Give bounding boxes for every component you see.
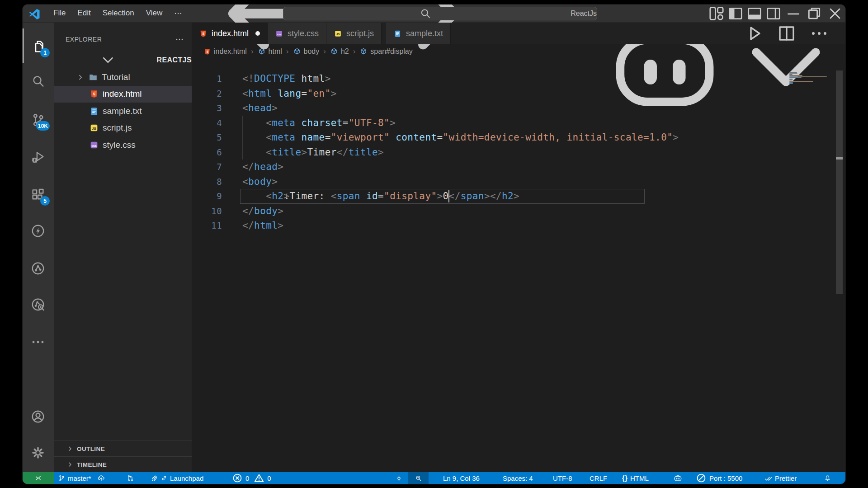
code-line-3[interactable]: 3<head> <box>192 101 845 116</box>
cloud-upload-icon <box>97 474 105 482</box>
close-button[interactable] <box>825 5 845 23</box>
line-number: 11 <box>192 218 222 233</box>
git-sync-status[interactable] <box>127 472 134 484</box>
file-item-style.css[interactable]: cssstyle.css <box>54 136 192 154</box>
zoom-in-icon <box>415 474 422 482</box>
file-item-script.js[interactable]: JSscript.js <box>54 120 192 137</box>
badge: 5 <box>40 196 50 206</box>
cursor-position-status[interactable]: Ln 9, Col 36 <box>443 472 480 484</box>
explorer-more-actions-icon[interactable] <box>174 34 185 45</box>
code-editor[interactable]: 1<!DOCTYPE html>2<html lang="en">3<head>… <box>192 59 845 472</box>
code-line-4[interactable]: 4 <meta charset="UTF-8"> <box>192 116 845 131</box>
double-check-icon <box>764 474 773 483</box>
activity-live-server-icon[interactable] <box>30 223 47 239</box>
tab-style.css[interactable]: cssstyle.css <box>268 23 326 44</box>
activity-search-icon[interactable] <box>30 74 47 90</box>
code-line-2[interactable]: 2<html lang="en"> <box>192 86 845 101</box>
port-forward-status[interactable] <box>395 472 403 484</box>
command-center-search[interactable]: ReactJs <box>283 7 597 20</box>
file-item-Tutorial[interactable]: Tutorial <box>54 69 192 86</box>
run-code-icon[interactable] <box>743 23 765 44</box>
code-line-5[interactable]: 5 <meta name="viewport" content="width=d… <box>192 130 845 145</box>
line-content: <!DOCTYPE html> <box>242 71 331 86</box>
pull-request-icon <box>127 474 134 482</box>
activity-run-debug-icon[interactable] <box>30 150 47 166</box>
activity-live-share-icon[interactable] <box>30 261 47 277</box>
close-icon <box>825 5 845 23</box>
git-branch-icon <box>58 474 66 482</box>
line-content: <title>Timer</title> <box>242 145 384 160</box>
editor-more-actions-icon[interactable] <box>808 23 830 44</box>
file-label: index.html <box>103 89 142 99</box>
activity-accounts-icon[interactable] <box>30 409 47 425</box>
link-icon <box>160 474 168 482</box>
tab-script.js[interactable]: JSscript.js <box>326 23 382 44</box>
menu-edit[interactable]: Edit <box>72 7 95 20</box>
menu-file[interactable]: File <box>48 7 71 20</box>
activity-explorer-icon[interactable]: 1 <box>30 39 47 55</box>
activity-source-control-icon[interactable]: 10K <box>30 112 47 128</box>
menu-view[interactable]: View <box>141 7 168 20</box>
brackets-icon: {} <box>622 474 628 482</box>
code-line-1[interactable]: 1<!DOCTYPE html> <box>192 71 845 86</box>
code-line-11[interactable]: 11</html> <box>192 218 845 233</box>
line-number: 6 <box>192 145 222 160</box>
activity-more-icon[interactable] <box>30 334 47 351</box>
minimize-button[interactable] <box>783 5 804 23</box>
tab-sample.txt[interactable]: sample.txt <box>386 23 451 44</box>
eol-status[interactable]: CRLF <box>590 472 607 484</box>
indentation-status[interactable]: Spaces: 4 <box>503 472 533 484</box>
zoom-status[interactable] <box>408 472 429 484</box>
line-content: <meta charset="UTF-8"> <box>242 116 396 131</box>
line-content: <html lang="en"> <box>242 86 337 101</box>
notifications-status[interactable] <box>824 472 831 484</box>
line-number: 3 <box>192 101 222 116</box>
svg-text:css: css <box>91 144 97 147</box>
split-editor-icon[interactable] <box>776 23 797 44</box>
indentation-label: Spaces: 4 <box>503 474 533 482</box>
editor-scrollbar[interactable] <box>836 70 843 294</box>
formatter-status[interactable]: Prettier <box>764 472 797 484</box>
remote-indicator[interactable] <box>23 472 54 484</box>
code-line-7[interactable]: 7</head> <box>192 160 845 174</box>
chevron-right-icon <box>76 73 85 81</box>
mouse-ibeam-pointer <box>285 191 291 202</box>
file-item-index.html[interactable]: 5index.html <box>54 86 192 103</box>
workspace-root-folder[interactable]: REACTJS <box>54 52 192 69</box>
copilot-status[interactable] <box>674 472 682 484</box>
toggle-secondary-sidebar-icon <box>764 5 783 23</box>
code-line-8[interactable]: 8<body> <box>192 174 845 189</box>
section-outline[interactable]: OUTLINE <box>54 441 192 456</box>
menu-selection[interactable]: Selection <box>98 7 139 20</box>
menubar: FileEditSelectionView⋯ <box>48 7 187 20</box>
minimap[interactable] <box>789 72 829 84</box>
activity-extensions-icon[interactable]: 5 <box>30 187 47 203</box>
activity-settings-icon[interactable] <box>30 445 47 461</box>
activity-code-explorer-icon[interactable] <box>30 297 47 313</box>
toggle-sidebar-button[interactable] <box>726 5 745 23</box>
search-icon <box>283 7 567 20</box>
toggle-secondary-sidebar-button[interactable] <box>764 5 783 23</box>
customize-layout-button[interactable] <box>707 5 726 23</box>
modified-dot-icon[interactable] <box>255 31 260 36</box>
js-file-icon: JS <box>334 29 342 38</box>
code-line-10[interactable]: 10</body> <box>192 204 845 219</box>
launchpad-status[interactable]: Launchpad <box>151 472 203 484</box>
menu-more[interactable]: ⋯ <box>169 7 187 20</box>
file-item-sample.txt[interactable]: sample.txt <box>54 103 192 120</box>
language-mode-status[interactable]: {} HTML <box>622 472 649 484</box>
live-server-port-status[interactable]: Port : 5500 <box>695 472 742 484</box>
tab-index.html[interactable]: 5index.html <box>192 23 268 44</box>
problems-status[interactable]: 0 0 <box>231 472 271 484</box>
code-line-6[interactable]: 6 <title>Timer</title> <box>192 145 845 160</box>
line-number: 10 <box>192 204 222 219</box>
tab-label: index.html <box>212 29 249 38</box>
encoding-status[interactable]: UTF-8 <box>553 472 572 484</box>
text-cursor <box>448 190 449 202</box>
launchpad-label: Launchpad <box>170 474 203 482</box>
section-timeline[interactable]: TIMELINE <box>54 456 192 472</box>
section-label: TIMELINE <box>77 461 107 468</box>
git-branch-status[interactable]: master* <box>58 472 105 484</box>
restore-button[interactable] <box>804 5 825 23</box>
toggle-panel-button[interactable] <box>745 5 764 23</box>
